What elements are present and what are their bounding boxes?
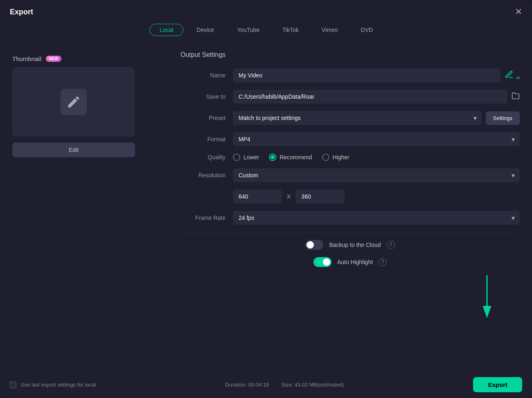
auto-highlight-label: Auto Highlight <box>337 259 373 265</box>
resolution-label: Resolution <box>180 172 225 179</box>
dialog-title: Export <box>10 8 33 16</box>
content-area: Thumbnail: NEW Edit Output Settings Name <box>0 43 532 371</box>
close-button[interactable]: ✕ <box>515 7 522 16</box>
title-bar: Export ✕ <box>0 0 532 20</box>
quality-recommend-option[interactable]: Recommend <box>269 154 312 161</box>
thumbnail-icon-box <box>61 89 87 115</box>
width-input[interactable] <box>233 190 282 204</box>
edit-pencil-icon <box>66 95 81 109</box>
tabs-bar: Local Device YouTube TikTok Vimeo DVD <box>0 20 532 43</box>
quality-label: Quality <box>180 154 225 161</box>
name-label: Name <box>180 72 225 79</box>
auto-highlight-row: Auto Highlight ? <box>180 257 520 267</box>
use-last-checkbox[interactable] <box>10 382 16 388</box>
size-info: Size: 43.02 MB(estimated) <box>281 382 344 388</box>
auto-highlight-toggle[interactable] <box>313 257 331 267</box>
format-select[interactable]: MP4 <box>233 132 520 146</box>
ai-icon[interactable]: AI <box>505 70 520 81</box>
quality-recommend-label: Recommend <box>280 154 312 161</box>
quality-recommend-radio-inner <box>271 155 275 159</box>
folder-icon[interactable] <box>512 92 520 102</box>
backup-cloud-row: Backup to the Cloud ? <box>180 240 520 250</box>
export-dialog: Export ✕ Local Device YouTube TikTok Vim… <box>0 0 532 398</box>
tab-device[interactable]: Device <box>187 24 224 36</box>
bottom-bar: Use last export settings for local Durat… <box>0 371 532 398</box>
tab-local[interactable]: Local <box>149 24 183 36</box>
thumbnail-preview <box>12 67 135 137</box>
quality-higher-radio[interactable] <box>322 154 329 161</box>
save-to-row: Save to <box>180 90 520 104</box>
quality-recommend-radio[interactable] <box>269 154 276 161</box>
thumbnail-label-row: Thumbnail: NEW <box>12 55 61 62</box>
resolution-inputs-row: X <box>180 190 520 204</box>
save-to-label: Save to <box>180 93 225 100</box>
use-last-settings: Use last export settings for local <box>10 382 96 388</box>
backup-cloud-help-icon[interactable]: ? <box>387 241 395 249</box>
settings-button[interactable]: Settings <box>486 111 520 125</box>
frame-rate-select-wrapper: 24 fps ▾ <box>233 211 520 225</box>
duration-info: Duration: 00:04:19 <box>225 382 269 388</box>
left-panel: Thumbnail: NEW Edit <box>0 51 164 363</box>
quality-options: Lower Recommend Higher <box>233 154 349 161</box>
frame-rate-select[interactable]: 24 fps <box>233 211 520 225</box>
format-select-wrapper: MP4 ▾ <box>233 132 520 146</box>
quality-higher-option[interactable]: Higher <box>322 154 349 161</box>
preset-select-wrapper: Match to project settings ▾ <box>233 111 482 125</box>
quality-higher-label: Higher <box>333 154 349 161</box>
quality-lower-label: Lower <box>243 154 259 161</box>
resolution-select-wrapper: Custom ▾ <box>233 168 520 182</box>
separator <box>180 232 520 233</box>
preset-row: Preset Match to project settings ▾ Setti… <box>180 111 520 125</box>
arrow-indicator <box>483 271 507 322</box>
save-to-input[interactable] <box>233 90 507 104</box>
preset-label: Preset <box>180 115 225 121</box>
resolution-row: Resolution Custom ▾ <box>180 168 520 182</box>
tab-vimeo[interactable]: Vimeo <box>312 24 347 36</box>
use-last-label: Use last export settings for local <box>20 382 96 388</box>
quality-lower-option[interactable]: Lower <box>233 154 259 161</box>
tab-dvd[interactable]: DVD <box>351 24 383 36</box>
quality-row: Quality Lower Recommend <box>180 154 520 161</box>
edit-button[interactable]: Edit <box>12 142 135 157</box>
frame-rate-label: Frame Rate <box>180 215 225 221</box>
new-badge: NEW <box>46 56 61 62</box>
format-label: Format <box>180 136 225 142</box>
vertical-divider <box>168 51 168 363</box>
thumbnail-label-text: Thumbnail: <box>12 55 43 62</box>
tab-tiktok[interactable]: TikTok <box>273 24 309 36</box>
auto-highlight-help-icon[interactable]: ? <box>379 258 387 266</box>
backup-cloud-label: Backup to the Cloud <box>329 242 381 248</box>
x-separator: X <box>287 193 291 200</box>
backup-cloud-knob <box>307 241 314 249</box>
frame-rate-row: Frame Rate 24 fps ▾ <box>180 211 520 225</box>
height-input[interactable] <box>295 190 345 204</box>
bottom-info: Duration: 00:04:19 Size: 43.02 MB(estima… <box>225 382 344 388</box>
backup-cloud-toggle[interactable] <box>305 240 323 250</box>
quality-lower-radio[interactable] <box>233 154 240 161</box>
output-settings-title: Output Settings <box>180 51 520 59</box>
name-row: Name AI <box>180 68 520 82</box>
tab-youtube[interactable]: YouTube <box>227 24 269 36</box>
resolution-select[interactable]: Custom <box>233 168 520 182</box>
export-button[interactable]: Export <box>473 377 522 392</box>
right-panel: Output Settings Name AI Save to <box>172 51 532 363</box>
format-row: Format MP4 ▾ <box>180 132 520 146</box>
auto-highlight-knob <box>323 258 330 266</box>
preset-select[interactable]: Match to project settings <box>233 111 482 125</box>
name-input[interactable] <box>233 68 500 82</box>
